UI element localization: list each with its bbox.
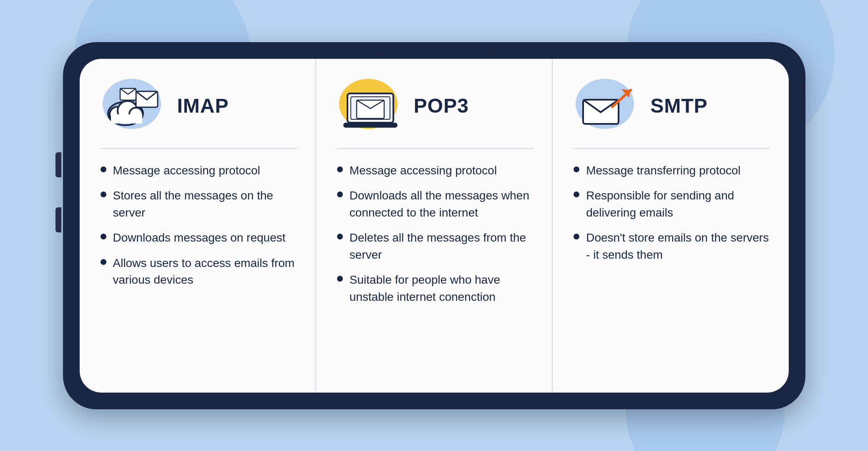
- bullet-dot: [101, 259, 106, 265]
- bullet-dot: [574, 191, 579, 197]
- pop3-title: POP3: [414, 94, 469, 117]
- imap-point-4: Allows users to access emails from vario…: [101, 255, 297, 289]
- pop3-icon-container: [337, 77, 404, 135]
- phone-notch: [376, 42, 493, 57]
- pop3-bullet-list: Message accessing protocol Downloads all…: [337, 162, 533, 306]
- bullet-dot: [101, 166, 106, 172]
- imap-bullet-list: Message accessing protocol Stores all th…: [101, 162, 297, 289]
- bullet-dot: [337, 234, 343, 239]
- bullet-dot: [101, 191, 106, 197]
- smtp-header: SMTP: [574, 74, 770, 149]
- bullet-dot: [101, 234, 106, 239]
- phone-screen: IMAP Message accessing protocol Stores a…: [80, 59, 789, 393]
- smtp-icon-container: [574, 77, 640, 135]
- phone-frame: IMAP Message accessing protocol Stores a…: [63, 42, 805, 409]
- bullet-dot: [574, 234, 579, 239]
- smtp-point-3: Doesn't store emails on the servers - it…: [574, 229, 770, 263]
- smtp-bullet-list: Message transferring protocol Responsibl…: [574, 162, 770, 264]
- pop3-point-2: Downloads all the messages when connecte…: [337, 187, 533, 221]
- smtp-point-2: Responsible for sending and delivering e…: [574, 187, 770, 221]
- pop3-laptop-email-icon: [339, 81, 402, 131]
- imap-cloud-email-icon: [103, 81, 165, 131]
- imap-point-1: Message accessing protocol: [101, 162, 297, 179]
- imap-icon-container: [101, 77, 167, 135]
- imap-point-3: Downloads messages on request: [101, 229, 297, 247]
- bullet-dot: [337, 191, 343, 197]
- bullet-dot: [337, 276, 343, 282]
- bullet-dot: [337, 166, 343, 172]
- imap-column: IMAP Message accessing protocol Stores a…: [80, 59, 316, 393]
- imap-title: IMAP: [177, 94, 229, 117]
- smtp-point-1: Message transferring protocol: [574, 162, 770, 179]
- pop3-point-3: Deletes all the messages from the server: [337, 229, 533, 263]
- svg-rect-4: [111, 114, 142, 123]
- smtp-envelope-arrow-icon: [576, 81, 638, 131]
- volume-down-button: [55, 207, 61, 232]
- bullet-dot: [574, 166, 579, 172]
- svg-rect-10: [343, 123, 398, 128]
- smtp-column: SMTP Message transferring protocol Respo…: [553, 59, 788, 393]
- imap-point-2: Stores all the messages on the server: [101, 187, 297, 221]
- imap-header: IMAP: [101, 74, 297, 149]
- comparison-table: IMAP Message accessing protocol Stores a…: [80, 59, 789, 393]
- pop3-column: POP3 Message accessing protocol Download…: [316, 59, 553, 393]
- volume-up-button: [55, 152, 61, 177]
- pop3-point-4: Suitable for people who have unstable in…: [337, 272, 533, 305]
- pop3-point-1: Message accessing protocol: [337, 162, 533, 179]
- smtp-title: SMTP: [650, 94, 707, 117]
- pop3-header: POP3: [337, 74, 533, 149]
